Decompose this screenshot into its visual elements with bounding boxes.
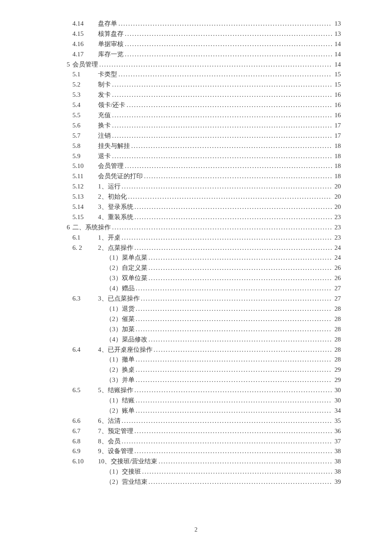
- toc-leader: [125, 31, 332, 37]
- toc-title: 4、重装系统: [98, 214, 133, 220]
- toc-leader: [136, 306, 332, 312]
- toc-entry: （2）自定义菜26: [55, 265, 341, 275]
- toc-leader: [112, 122, 332, 129]
- toc-section-number: 5.8: [72, 143, 98, 149]
- toc-page-ref: 20: [333, 204, 341, 210]
- toc-entry: （3）并单29: [55, 377, 341, 387]
- toc-title: 二、系统操作: [72, 224, 111, 231]
- toc-page-ref: 26: [333, 265, 341, 271]
- toc-title: 发卡: [98, 92, 111, 98]
- toc-section-number: 6.3: [72, 295, 98, 302]
- toc-title: 2、初始化: [98, 194, 127, 200]
- toc-entry: （1）退货28: [55, 306, 341, 316]
- toc-leader: [149, 336, 332, 343]
- toc-page-ref: 24: [333, 245, 341, 251]
- toc-page-ref: 34: [333, 408, 341, 414]
- toc-title: 9、设备管理: [98, 448, 133, 454]
- toc-title: 领卡/还卡: [98, 102, 125, 108]
- toc-page-ref: 29: [333, 377, 341, 383]
- toc-title: 4、已开桌座位操作: [98, 347, 153, 353]
- toc-section-number: 4.16: [72, 41, 98, 47]
- toc-entry: 6.88、会员37: [55, 438, 341, 448]
- toc-section-number: 5.14: [72, 204, 98, 210]
- toc-leader: [154, 347, 332, 353]
- toc-chapter-number: 5: [55, 61, 72, 68]
- toc-section-number: 5.10: [72, 163, 98, 169]
- toc-leader: [135, 214, 332, 220]
- toc-page-ref: 17: [333, 122, 341, 129]
- toc-title: 8、会员: [98, 438, 121, 445]
- toc-page-ref: 13: [333, 31, 341, 37]
- toc-entry: 5.3发卡16: [55, 92, 341, 102]
- toc-entry: 5.132、初始化20: [55, 194, 341, 204]
- toc-page-ref: 28: [333, 347, 341, 353]
- toc-title: 注销: [98, 133, 111, 139]
- toc-section-number: 6.9: [72, 448, 98, 454]
- toc-leader: [136, 397, 332, 404]
- toc-entry: （2）营业结束39: [55, 479, 341, 489]
- toc-entry: 5.1卡类型15: [55, 71, 341, 81]
- toc-leader: [149, 254, 332, 261]
- toc-title: 会员管理: [72, 61, 98, 68]
- toc-title: 6、沽清: [98, 418, 121, 424]
- toc-entry: 5.5充值16: [55, 112, 341, 122]
- toc-leader: [149, 479, 332, 485]
- toc-title: 充值: [98, 112, 111, 119]
- toc-leader: [136, 367, 332, 373]
- toc-page-ref: 15: [333, 71, 341, 78]
- toc-page-ref: 28: [333, 326, 341, 332]
- toc-title: 退卡: [98, 153, 111, 159]
- toc-entry: （1）结账30: [55, 397, 341, 408]
- toc-section-number: 5.15: [72, 214, 98, 220]
- toc-leader: [125, 163, 332, 169]
- toc-section-number: 5.6: [72, 122, 98, 129]
- toc-entry: 5.154、重装系统23: [55, 214, 341, 224]
- toc-leader: [125, 41, 332, 47]
- toc-leader: [112, 112, 332, 119]
- toc-title: （1）退货: [106, 306, 135, 312]
- toc-page-ref: 16: [333, 92, 341, 98]
- toc-page-ref: 28: [333, 306, 341, 312]
- toc-title: 5、结账操作: [98, 387, 133, 393]
- toc-title: 换卡: [98, 122, 111, 129]
- toc-entry: 5.7注销17: [55, 133, 341, 143]
- toc-leader: [122, 183, 332, 190]
- toc-entry: 6. 22、点菜操作24: [55, 245, 341, 255]
- toc-section-number: 6.8: [72, 438, 98, 445]
- toc-title: 1、开桌: [98, 234, 121, 241]
- toc-title: 单据审核: [98, 41, 124, 47]
- toc-chapter-number: 6: [55, 224, 72, 231]
- toc-section-number: 6.10: [72, 458, 98, 465]
- toc-leader: [136, 408, 332, 414]
- toc-page-ref: 20: [333, 194, 341, 200]
- toc-title: 2、点菜操作: [98, 245, 133, 251]
- toc-title: （3）并单: [106, 377, 135, 383]
- toc-title: 核算盘存: [98, 31, 124, 37]
- toc-entry: 5.4领卡/还卡16: [55, 102, 341, 112]
- toc-page-ref: 18: [333, 163, 341, 169]
- toc-entry: 5.10会员管理18: [55, 163, 341, 173]
- toc-leader: [135, 245, 332, 251]
- toc-page-ref: 23: [333, 214, 341, 220]
- toc-section-number: 6.6: [72, 418, 98, 424]
- toc-entry: （1）交接班38: [55, 468, 341, 479]
- toc-title: （2）换桌: [106, 367, 135, 373]
- toc-leader: [149, 265, 332, 271]
- toc-section-number: 5.7: [72, 133, 98, 139]
- toc-title: 1、运行: [98, 183, 121, 190]
- toc-section-number: 6.5: [72, 387, 98, 393]
- toc-entry: 5.143、登录系统20: [55, 204, 341, 214]
- toc-title: 库存一览: [98, 51, 124, 58]
- toc-entry: 6.77、预定管理36: [55, 428, 341, 438]
- toc-entry: （4）菜品修改28: [55, 336, 341, 347]
- toc-title: 盘存单: [98, 20, 117, 27]
- toc-page-ref: 30: [333, 387, 341, 393]
- toc-leader: [125, 51, 332, 58]
- toc-entry: 4.14盘存单13: [55, 20, 341, 31]
- toc-entry: （1）撤单28: [55, 356, 341, 367]
- toc-leader: [135, 204, 332, 210]
- toc-entry: 6.11、开桌23: [55, 234, 341, 245]
- toc-section-number: 5.5: [72, 112, 98, 119]
- toc-entry: （2）账单34: [55, 408, 341, 418]
- toc-leader: [128, 194, 332, 200]
